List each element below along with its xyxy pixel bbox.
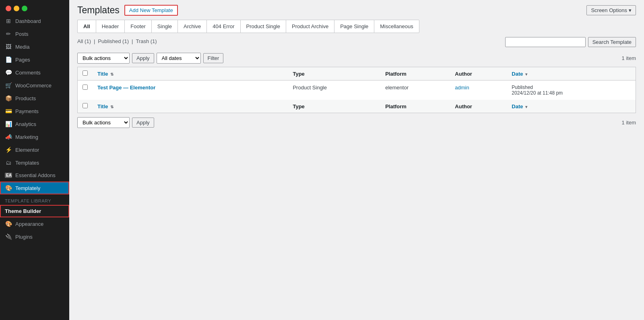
- platform-col-footer: Platform: [380, 100, 450, 113]
- sidebar-item-label: WooCommerce: [15, 83, 52, 89]
- tab-archive[interactable]: Archive: [178, 20, 206, 33]
- row-date-cell: Published 2024/12/20 at 11:48 pm: [507, 81, 636, 100]
- template-library-label: Template Library: [0, 194, 69, 205]
- filter-tabs: All Header Footer Single Archive 404 Err…: [77, 20, 636, 33]
- apply-button-top[interactable]: Apply: [132, 53, 154, 63]
- sidebar-item-theme-builder[interactable]: Theme Builder: [0, 205, 69, 217]
- top-bar: Templates Add New Template Screen Option…: [69, 0, 644, 16]
- top-actions-bar: Bulk actions Apply All dates Filter 1 it…: [77, 53, 636, 64]
- date-col-header: Date ▾: [507, 67, 636, 81]
- filter-button[interactable]: Filter: [203, 53, 224, 63]
- row-checkbox[interactable]: [83, 85, 88, 90]
- sidebar-item-essential-addons[interactable]: EA Essential Addons: [0, 169, 69, 182]
- screen-options-label: Screen Options: [591, 7, 627, 13]
- sidebar: ⊞ Dashboard ✏ Posts 🖼 Media 📄 Pages 💬 Co…: [0, 0, 69, 320]
- sub-nav: All (1) | Published (1) | Trash (1): [77, 38, 157, 44]
- author-col-footer: Author: [450, 100, 507, 113]
- author-link[interactable]: admin: [455, 85, 469, 91]
- tab-footer[interactable]: Footer: [124, 20, 151, 33]
- sidebar-item-media[interactable]: 🖼 Media: [0, 40, 69, 53]
- analytics-icon: 📊: [5, 121, 12, 127]
- sidebar-item-pages[interactable]: 📄 Pages: [0, 53, 69, 66]
- title-sort-link[interactable]: Title ⇅: [97, 71, 114, 77]
- bottom-actions-bar: Bulk actions Apply 1 item: [77, 117, 636, 128]
- search-input[interactable]: [505, 37, 586, 47]
- sidebar-item-label: Templately: [15, 185, 40, 191]
- payments-icon: 💳: [5, 108, 12, 114]
- traffic-lights: [0, 0, 69, 11]
- sidebar-item-plugins[interactable]: 🔌 Plugins: [0, 230, 69, 243]
- screen-options-button[interactable]: Screen Options ▾: [586, 5, 636, 15]
- sidebar-item-label: Payments: [15, 108, 39, 114]
- tab-404-error[interactable]: 404 Error: [206, 20, 240, 33]
- date-sort-link[interactable]: Date ▾: [512, 71, 527, 77]
- apply-button-bottom[interactable]: Apply: [132, 118, 154, 128]
- tab-product-single[interactable]: Product Single: [240, 20, 286, 33]
- sidebar-item-label: Marketing: [15, 134, 38, 140]
- sidebar-item-templates[interactable]: 🗂 Templates: [0, 156, 69, 169]
- sidebar-item-label: Media: [15, 44, 29, 50]
- date-sort-arrows-footer: ▾: [525, 105, 527, 109]
- sidebar-item-products[interactable]: 📦 Products: [0, 92, 69, 105]
- bulk-actions-select-bottom[interactable]: Bulk actions: [77, 117, 130, 128]
- sidebar-item-templately[interactable]: 🎨 Templately: [0, 182, 69, 194]
- traffic-light-red: [6, 6, 11, 11]
- sidebar-item-label: Posts: [15, 31, 29, 37]
- sidebar-item-woocommerce[interactable]: 🛒 WooCommerce: [0, 79, 69, 92]
- products-icon: 📦: [5, 95, 12, 101]
- comments-icon: 💬: [5, 69, 12, 76]
- sidebar-item-appearance[interactable]: 🎨 Appearance: [0, 217, 69, 230]
- sidebar-item-posts[interactable]: ✏ Posts: [0, 27, 69, 40]
- main-content: Templates Add New Template Screen Option…: [69, 0, 644, 320]
- chevron-down-icon: ▾: [629, 7, 632, 13]
- sidebar-item-marketing[interactable]: 📣 Marketing: [0, 130, 69, 143]
- tab-page-single[interactable]: Page Single: [334, 20, 374, 33]
- dashboard-icon: ⊞: [5, 18, 12, 24]
- sidebar-item-label: Pages: [15, 57, 30, 63]
- sidebar-item-dashboard[interactable]: ⊞ Dashboard: [0, 14, 69, 27]
- title-col-header: Title ⇅: [93, 67, 288, 81]
- select-all-footer-col: [78, 100, 93, 113]
- add-new-template-button[interactable]: Add New Template: [124, 5, 178, 16]
- sidebar-item-payments[interactable]: 💳 Payments: [0, 105, 69, 118]
- table-row: Test Page — Elementor Product Single ele…: [78, 81, 636, 100]
- all-dates-select[interactable]: All dates: [157, 53, 201, 64]
- sidebar-item-comments[interactable]: 💬 Comments: [0, 66, 69, 79]
- traffic-light-green: [22, 6, 27, 11]
- tab-header[interactable]: Header: [96, 20, 125, 33]
- row-platform-cell: elementor: [380, 81, 450, 100]
- subnav-all[interactable]: All (1): [77, 38, 91, 44]
- select-all-checkbox-footer[interactable]: [83, 103, 88, 108]
- search-template-button[interactable]: Search Template: [588, 37, 636, 47]
- item-count-top: 1 item: [622, 55, 636, 61]
- title-sort-arrows-footer: ⇅: [110, 105, 114, 109]
- type-col-footer: Type: [288, 100, 380, 113]
- template-title-link[interactable]: Test Page — Elementor: [97, 85, 155, 91]
- sidebar-item-elementor[interactable]: ⚡ Elementor: [0, 143, 69, 156]
- sidebar-item-label: Plugins: [15, 234, 33, 240]
- sidebar-item-label: Comments: [15, 70, 41, 76]
- date-sort-link-footer[interactable]: Date ▾: [512, 103, 527, 109]
- select-all-col: [78, 67, 93, 81]
- sidebar-item-label: Appearance: [15, 221, 43, 227]
- tab-miscellaneous[interactable]: Miscellaneous: [374, 20, 419, 33]
- title-sort-arrows: ⇅: [110, 72, 114, 76]
- date-sort-arrows: ▾: [525, 72, 527, 76]
- subnav-trash[interactable]: Trash (1): [136, 38, 157, 44]
- row-title-cell: Test Page — Elementor: [93, 81, 288, 100]
- tab-product-archive[interactable]: Product Archive: [286, 20, 334, 33]
- sidebar-item-analytics[interactable]: 📊 Analytics: [0, 118, 69, 130]
- tab-all[interactable]: All: [77, 20, 96, 33]
- templately-icon: 🎨: [5, 185, 12, 191]
- sidebar-item-label: Dashboard: [15, 18, 41, 24]
- bulk-actions-select-top[interactable]: Bulk actions: [77, 53, 130, 64]
- sidebar-item-label: Products: [15, 95, 36, 101]
- tab-single[interactable]: Single: [151, 20, 178, 33]
- pages-icon: 📄: [5, 56, 12, 63]
- page-title: Templates: [77, 5, 120, 16]
- subnav-published[interactable]: Published (1): [98, 38, 129, 44]
- platform-col-header: Platform: [380, 67, 450, 81]
- posts-icon: ✏: [5, 31, 12, 37]
- title-sort-link-footer[interactable]: Title ⇅: [97, 103, 114, 109]
- select-all-checkbox[interactable]: [83, 70, 88, 76]
